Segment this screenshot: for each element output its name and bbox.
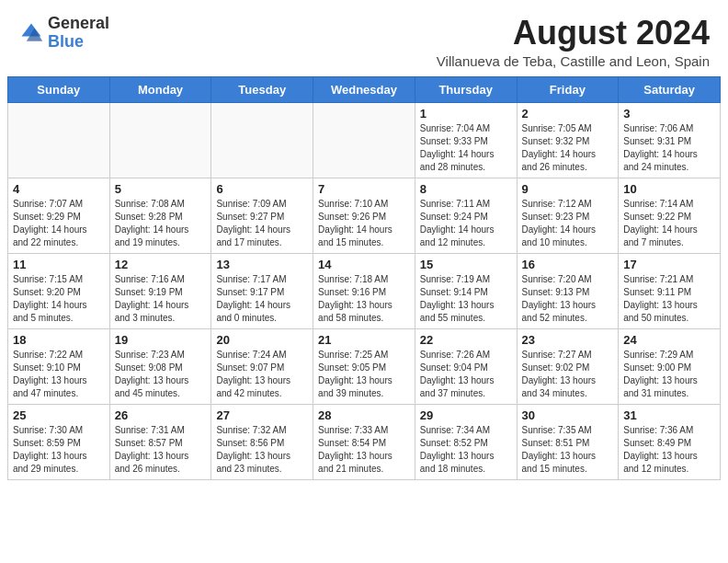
- calendar-cell: 15Sunrise: 7:19 AMSunset: 9:14 PMDayligh…: [415, 253, 517, 328]
- calendar-cell: 4Sunrise: 7:07 AMSunset: 9:29 PMDaylight…: [8, 178, 110, 253]
- calendar-cell: 23Sunrise: 7:27 AMSunset: 9:02 PMDayligh…: [517, 328, 619, 404]
- calendar-cell: 16Sunrise: 7:20 AMSunset: 9:13 PMDayligh…: [517, 253, 619, 328]
- calendar-header: SundayMondayTuesdayWednesdayThursdayFrid…: [8, 76, 721, 102]
- week-row-1: 1Sunrise: 7:04 AMSunset: 9:33 PMDaylight…: [8, 102, 721, 178]
- title-block: August 2024 Villanueva de Teba, Castille…: [437, 15, 710, 69]
- day-info: Sunrise: 7:26 AMSunset: 9:04 PMDaylight:…: [420, 349, 512, 400]
- calendar-wrapper: SundayMondayTuesdayWednesdayThursdayFrid…: [0, 76, 728, 488]
- calendar-cell: 26Sunrise: 7:31 AMSunset: 8:57 PMDayligh…: [109, 404, 211, 479]
- calendar-cell: 10Sunrise: 7:14 AMSunset: 9:22 PMDayligh…: [619, 178, 721, 253]
- calendar-cell: [109, 102, 211, 178]
- day-number: 20: [216, 333, 308, 347]
- day-info: Sunrise: 7:11 AMSunset: 9:24 PMDaylight:…: [420, 198, 512, 249]
- calendar-cell: 28Sunrise: 7:33 AMSunset: 8:54 PMDayligh…: [313, 404, 415, 479]
- weekday-header-thursday: Thursday: [415, 76, 517, 102]
- day-info: Sunrise: 7:30 AMSunset: 8:59 PMDaylight:…: [13, 424, 105, 476]
- calendar-cell: 1Sunrise: 7:04 AMSunset: 9:33 PMDaylight…: [415, 102, 517, 178]
- calendar-cell: 13Sunrise: 7:17 AMSunset: 9:17 PMDayligh…: [211, 253, 313, 328]
- day-number: 12: [115, 258, 207, 271]
- day-number: 23: [522, 333, 614, 347]
- day-info: Sunrise: 7:35 AMSunset: 8:51 PMDaylight:…: [522, 424, 614, 476]
- day-number: 14: [318, 258, 410, 271]
- calendar-cell: 14Sunrise: 7:18 AMSunset: 9:16 PMDayligh…: [313, 253, 415, 328]
- day-info: Sunrise: 7:09 AMSunset: 9:27 PMDaylight:…: [216, 198, 308, 249]
- weekday-row: SundayMondayTuesdayWednesdayThursdayFrid…: [8, 76, 721, 102]
- calendar-cell: 9Sunrise: 7:12 AMSunset: 9:23 PMDaylight…: [517, 178, 619, 253]
- month-year: August 2024: [437, 15, 710, 52]
- calendar-cell: 27Sunrise: 7:32 AMSunset: 8:56 PMDayligh…: [211, 404, 313, 479]
- day-number: 31: [623, 408, 715, 422]
- calendar-cell: [313, 102, 415, 178]
- logo: General Blue: [18, 15, 109, 52]
- calendar-cell: 7Sunrise: 7:10 AMSunset: 9:26 PMDaylight…: [313, 178, 415, 253]
- calendar-cell: 22Sunrise: 7:26 AMSunset: 9:04 PMDayligh…: [415, 328, 517, 404]
- day-info: Sunrise: 7:16 AMSunset: 9:19 PMDaylight:…: [115, 273, 207, 325]
- calendar-cell: 31Sunrise: 7:36 AMSunset: 8:49 PMDayligh…: [619, 404, 721, 479]
- location: Villanueva de Teba, Castille and Leon, S…: [437, 53, 710, 69]
- day-info: Sunrise: 7:32 AMSunset: 8:56 PMDaylight:…: [216, 424, 308, 476]
- day-info: Sunrise: 7:21 AMSunset: 9:11 PMDaylight:…: [623, 273, 715, 325]
- day-info: Sunrise: 7:07 AMSunset: 9:29 PMDaylight:…: [13, 198, 105, 249]
- day-info: Sunrise: 7:10 AMSunset: 9:26 PMDaylight:…: [318, 198, 410, 249]
- day-number: 28: [318, 408, 410, 422]
- day-info: Sunrise: 7:22 AMSunset: 9:10 PMDaylight:…: [13, 349, 105, 400]
- day-number: 3: [623, 107, 715, 121]
- day-number: 17: [623, 258, 715, 271]
- calendar-cell: 18Sunrise: 7:22 AMSunset: 9:10 PMDayligh…: [8, 328, 110, 404]
- day-info: Sunrise: 7:25 AMSunset: 9:05 PMDaylight:…: [318, 349, 410, 400]
- calendar-cell: 29Sunrise: 7:34 AMSunset: 8:52 PMDayligh…: [415, 404, 517, 479]
- calendar-cell: 11Sunrise: 7:15 AMSunset: 9:20 PMDayligh…: [8, 253, 110, 328]
- day-number: 30: [522, 408, 614, 422]
- day-info: Sunrise: 7:06 AMSunset: 9:31 PMDaylight:…: [623, 122, 715, 174]
- day-number: 24: [623, 333, 715, 347]
- calendar-cell: 24Sunrise: 7:29 AMSunset: 9:00 PMDayligh…: [619, 328, 721, 404]
- day-info: Sunrise: 7:05 AMSunset: 9:32 PMDaylight:…: [522, 122, 614, 174]
- calendar-cell: 17Sunrise: 7:21 AMSunset: 9:11 PMDayligh…: [619, 253, 721, 328]
- calendar-cell: 20Sunrise: 7:24 AMSunset: 9:07 PMDayligh…: [211, 328, 313, 404]
- calendar-cell: 21Sunrise: 7:25 AMSunset: 9:05 PMDayligh…: [313, 328, 415, 404]
- week-row-5: 25Sunrise: 7:30 AMSunset: 8:59 PMDayligh…: [8, 404, 721, 479]
- day-number: 16: [522, 258, 614, 271]
- day-info: Sunrise: 7:17 AMSunset: 9:17 PMDaylight:…: [216, 273, 308, 325]
- logo-blue: Blue: [48, 33, 109, 52]
- day-number: 1: [420, 107, 512, 121]
- week-row-2: 4Sunrise: 7:07 AMSunset: 9:29 PMDaylight…: [8, 178, 721, 253]
- week-row-4: 18Sunrise: 7:22 AMSunset: 9:10 PMDayligh…: [8, 328, 721, 404]
- day-info: Sunrise: 7:18 AMSunset: 9:16 PMDaylight:…: [318, 273, 410, 325]
- day-info: Sunrise: 7:24 AMSunset: 9:07 PMDaylight:…: [216, 349, 308, 400]
- day-number: 6: [216, 182, 308, 196]
- day-info: Sunrise: 7:33 AMSunset: 8:54 PMDaylight:…: [318, 424, 410, 476]
- calendar-table: SundayMondayTuesdayWednesdayThursdayFrid…: [7, 76, 721, 480]
- calendar-cell: 5Sunrise: 7:08 AMSunset: 9:28 PMDaylight…: [109, 178, 211, 253]
- day-number: 26: [115, 408, 207, 422]
- day-info: Sunrise: 7:23 AMSunset: 9:08 PMDaylight:…: [115, 349, 207, 400]
- calendar-cell: 30Sunrise: 7:35 AMSunset: 8:51 PMDayligh…: [517, 404, 619, 479]
- day-info: Sunrise: 7:04 AMSunset: 9:33 PMDaylight:…: [420, 122, 512, 174]
- calendar-cell: [211, 102, 313, 178]
- day-number: 21: [318, 333, 410, 347]
- day-number: 18: [13, 333, 105, 347]
- weekday-header-wednesday: Wednesday: [313, 76, 415, 102]
- day-info: Sunrise: 7:34 AMSunset: 8:52 PMDaylight:…: [420, 424, 512, 476]
- calendar-cell: [8, 102, 110, 178]
- calendar-cell: 12Sunrise: 7:16 AMSunset: 9:19 PMDayligh…: [109, 253, 211, 328]
- day-info: Sunrise: 7:27 AMSunset: 9:02 PMDaylight:…: [522, 349, 614, 400]
- day-number: 8: [420, 182, 512, 196]
- weekday-header-tuesday: Tuesday: [211, 76, 313, 102]
- weekday-header-friday: Friday: [517, 76, 619, 102]
- day-number: 25: [13, 408, 105, 422]
- day-number: 29: [420, 408, 512, 422]
- day-info: Sunrise: 7:20 AMSunset: 9:13 PMDaylight:…: [522, 273, 614, 325]
- day-info: Sunrise: 7:31 AMSunset: 8:57 PMDaylight:…: [115, 424, 207, 476]
- calendar-body: 1Sunrise: 7:04 AMSunset: 9:33 PMDaylight…: [8, 102, 721, 479]
- week-row-3: 11Sunrise: 7:15 AMSunset: 9:20 PMDayligh…: [8, 253, 721, 328]
- logo-general: General: [48, 15, 109, 33]
- day-number: 10: [623, 182, 715, 196]
- day-number: 15: [420, 258, 512, 271]
- day-number: 27: [216, 408, 308, 422]
- day-number: 11: [13, 258, 105, 271]
- page-header: General Blue August 2024 Villanueva de T…: [0, 0, 728, 76]
- day-number: 19: [115, 333, 207, 347]
- weekday-header-sunday: Sunday: [8, 76, 110, 102]
- day-number: 9: [522, 182, 614, 196]
